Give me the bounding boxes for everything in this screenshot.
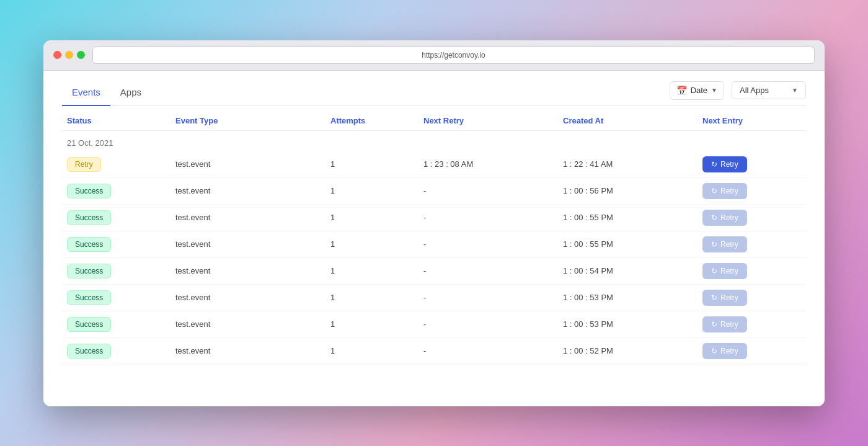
col-header-created-at: Created At — [558, 109, 698, 131]
retry-label: Retry — [720, 160, 738, 169]
cell-next-entry: ↻ Retry — [698, 311, 806, 337]
cell-attempts: 1 — [326, 311, 418, 337]
traffic-lights — [53, 51, 85, 59]
next-retry-value: - — [423, 319, 426, 329]
date-filter[interactable]: 📅 Date ▼ — [670, 81, 724, 100]
cell-event-type: test.event — [170, 284, 326, 311]
cell-created-at: 1 : 00 : 55 PM — [558, 204, 698, 231]
cell-next-retry: - — [418, 231, 558, 257]
cell-next-retry: - — [418, 311, 558, 337]
next-retry-value: - — [423, 346, 426, 355]
cell-next-retry: - — [418, 204, 558, 231]
cell-created-at: 1 : 00 : 55 PM — [558, 231, 698, 257]
app-select-dropdown[interactable]: All Apps ▼ — [732, 81, 806, 99]
retry-button[interactable]: ↻ Retry — [702, 316, 747, 332]
table-row: Retry test.event 1 1 : 23 : 08 AM 1 : 22… — [62, 151, 806, 178]
col-header-attempts: Attempts — [326, 109, 418, 131]
retry-button[interactable]: ↻ Retry — [702, 156, 747, 172]
status-badge: Success — [67, 317, 111, 332]
retry-button[interactable]: ↻ Retry — [702, 183, 747, 199]
retry-button[interactable]: ↻ Retry — [702, 210, 747, 226]
retry-label: Retry — [720, 187, 738, 195]
event-type-value: test.event — [175, 266, 210, 275]
col-header-event-type: Event Type — [170, 109, 326, 131]
col-header-next-entry: Next Entry — [698, 109, 806, 131]
table-header: Status Event Type Attempts Next Retry — [62, 109, 806, 131]
cell-next-entry: ↻ Retry — [698, 284, 806, 311]
cell-next-entry: ↻ Retry — [698, 257, 806, 284]
cell-status: Success — [62, 257, 170, 284]
event-type-value: test.event — [175, 186, 210, 195]
table-row: Success test.event 1 - 1 : 00 : 53 PM ↻ … — [62, 311, 806, 337]
event-type-value: test.event — [175, 319, 210, 329]
table-body: 21 Oct, 2021 Retry test.event 1 1 : 23 :… — [62, 130, 806, 364]
status-badge: Success — [67, 237, 111, 252]
retry-button[interactable]: ↻ Retry — [702, 236, 747, 252]
attempts-value: 1 — [330, 159, 335, 169]
close-button[interactable] — [53, 51, 61, 59]
cell-status: Success — [62, 284, 170, 311]
retry-button[interactable]: ↻ Retry — [702, 263, 747, 279]
url-text: https://getconvoy.io — [422, 51, 485, 60]
created-at-value: 1 : 00 : 55 PM — [563, 239, 613, 249]
cell-event-type: test.event — [170, 177, 326, 204]
next-retry-value: - — [423, 213, 426, 222]
tab-events[interactable]: Events — [62, 81, 110, 106]
url-bar[interactable]: https://getconvoy.io — [92, 47, 815, 64]
event-type-value: test.event — [175, 293, 210, 302]
retry-label: Retry — [720, 267, 738, 275]
cell-event-type: test.event — [170, 231, 326, 257]
cell-next-retry: - — [418, 284, 558, 311]
next-retry-value: - — [423, 293, 426, 302]
next-retry-value: - — [423, 266, 426, 275]
created-at-value: 1 : 00 : 56 PM — [563, 186, 613, 195]
cell-created-at: 1 : 00 : 52 PM — [558, 337, 698, 364]
top-nav: Events Apps 📅 Date ▼ All Apps ▼ — [62, 71, 806, 106]
cell-event-type: test.event — [170, 204, 326, 231]
cell-next-entry: ↻ Retry — [698, 231, 806, 257]
retry-icon: ↻ — [711, 213, 717, 222]
retry-icon: ↻ — [711, 187, 717, 195]
cell-next-retry: - — [418, 177, 558, 204]
cell-next-retry: 1 : 23 : 08 AM — [418, 151, 558, 178]
event-type-value: test.event — [175, 346, 210, 355]
cell-next-entry: ↻ Retry — [698, 337, 806, 364]
retry-icon: ↻ — [711, 320, 717, 329]
created-at-value: 1 : 22 : 41 AM — [563, 159, 613, 169]
retry-label: Retry — [720, 213, 738, 222]
cell-attempts: 1 — [326, 337, 418, 364]
attempts-value: 1 — [330, 213, 335, 222]
chevron-down-icon: ▼ — [792, 87, 798, 94]
cell-attempts: 1 — [326, 257, 418, 284]
retry-icon: ↻ — [711, 293, 717, 302]
cell-attempts: 1 — [326, 284, 418, 311]
retry-icon: ↻ — [711, 267, 717, 275]
cell-event-type: test.event — [170, 151, 326, 178]
nav-controls: 📅 Date ▼ All Apps ▼ — [670, 81, 806, 105]
retry-button[interactable]: ↻ Retry — [702, 343, 747, 359]
cell-status: Success — [62, 231, 170, 257]
tab-bar: Events Apps — [62, 81, 151, 105]
cell-next-entry: ↻ Retry — [698, 151, 806, 178]
cell-status: Success — [62, 337, 170, 364]
cell-next-retry: - — [418, 257, 558, 284]
created-at-value: 1 : 00 : 52 PM — [563, 346, 613, 355]
minimize-button[interactable] — [65, 51, 73, 59]
retry-label: Retry — [720, 347, 738, 355]
table-row: Success test.event 1 - 1 : 00 : 54 PM ↻ … — [62, 257, 806, 284]
maximize-button[interactable] — [77, 51, 85, 59]
created-at-value: 1 : 00 : 53 PM — [563, 319, 613, 329]
col-header-status: Status — [62, 109, 170, 131]
attempts-value: 1 — [330, 319, 335, 329]
cell-attempts: 1 — [326, 231, 418, 257]
browser-chrome: https://getconvoy.io — [43, 40, 825, 71]
attempts-value: 1 — [330, 293, 335, 302]
col-header-next-retry: Next Retry — [418, 109, 558, 131]
status-badge: Success — [67, 290, 111, 305]
tab-apps[interactable]: Apps — [110, 81, 151, 106]
retry-button[interactable]: ↻ Retry — [702, 290, 747, 306]
next-retry-value: - — [423, 239, 426, 249]
cell-next-retry: - — [418, 337, 558, 364]
attempts-value: 1 — [330, 266, 335, 275]
table-row: Success test.event 1 - 1 : 00 : 56 PM ↻ … — [62, 177, 806, 204]
